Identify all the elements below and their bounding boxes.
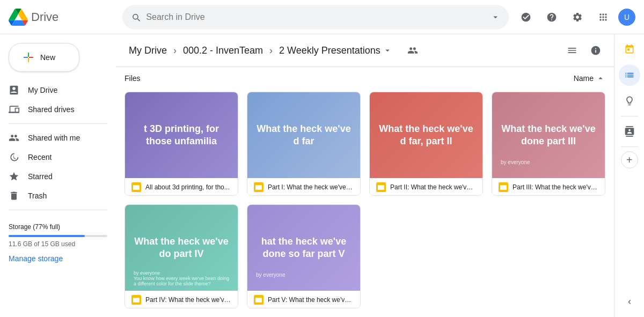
list-view-button[interactable] [562, 41, 582, 60]
sidebar-item-shared-with-me-label: Shared with me [28, 134, 80, 142]
apps-icon [598, 12, 609, 23]
shared-drives-icon [9, 104, 19, 115]
files-header: Files Name [116, 67, 614, 87]
new-plus-icon [22, 51, 35, 64]
breadcrumb-dropdown-icon [383, 46, 392, 55]
apps-button[interactable] [592, 6, 614, 28]
svg-rect-0 [28, 53, 29, 57]
file-name-2: Part I: What the heck we've d... [268, 183, 354, 191]
file-thumb-text-1: t 3D printing, for those unfamilia [125, 114, 238, 157]
breadcrumb-item-my-drive[interactable]: My Drive [125, 43, 171, 58]
sidebar-item-starred[interactable]: Starred [0, 167, 112, 186]
file-info-6: Part V: What the heck we've ... [247, 291, 360, 308]
search-dropdown-icon[interactable] [491, 12, 500, 23]
slides-icon-inner-2 [255, 185, 262, 190]
user-avatar[interactable]: U [618, 9, 635, 26]
file-thumb-4: What the heck we've done part III by eve… [492, 92, 605, 178]
chevron-left-icon [625, 298, 634, 306]
main-layout: New My Drive Shared drives Shared with m… [0, 34, 644, 317]
sidebar-item-trash-label: Trash [28, 191, 47, 200]
file-name-1: All about 3d printing, for tho... [145, 183, 230, 191]
sidebar-item-shared-drives[interactable]: Shared drives [0, 100, 112, 119]
calendar-icon-button[interactable] [619, 39, 640, 60]
file-thumb-text-4: What the heck we've done part III [492, 114, 605, 157]
google-drive-logo-icon [9, 8, 28, 27]
slides-icon-1 [131, 182, 141, 192]
manage-storage-link[interactable]: Manage storage [9, 254, 107, 263]
notes-icon [624, 95, 635, 106]
file-thumb-sub-4: by everyone [501, 159, 596, 165]
expand-panel-button[interactable] [619, 291, 640, 313]
sidebar: New My Drive Shared drives Shared with m… [0, 34, 116, 317]
sidebar-item-shared-with-me[interactable]: Shared with me [0, 128, 112, 148]
topbar: Drive [0, 0, 644, 34]
star-icon [9, 171, 19, 182]
sidebar-divider [9, 123, 107, 124]
sidebar-divider-2 [9, 210, 107, 210]
file-thumb-text-6: hat the heck we've done so far part V [247, 227, 360, 269]
content-area: My Drive › 000.2 - InvenTeam › 2 Weekly … [116, 34, 614, 317]
storage-used-text: 11.6 GB of 15 GB used [9, 240, 107, 248]
search-bar[interactable] [122, 5, 509, 30]
breadcrumb-separator-2: › [269, 45, 273, 56]
share-people-button[interactable] [403, 41, 422, 60]
sidebar-item-shared-drives-label: Shared drives [28, 105, 74, 114]
sidebar-item-recent-label: Recent [28, 153, 52, 161]
file-card-6[interactable]: hat the heck we've done so far part V by… [247, 204, 361, 308]
logo-area: Drive [9, 8, 116, 27]
sort-label: Name [574, 74, 594, 83]
file-card-5[interactable]: What the heck we've do part IV by everyo… [125, 204, 238, 308]
slides-icon-4 [499, 182, 508, 192]
sidebar-item-recent[interactable]: Recent [0, 148, 112, 167]
list-view-icon [567, 45, 577, 56]
breadcrumb-item-invenTeam[interactable]: 000.2 - InvenTeam [179, 43, 267, 58]
breadcrumb-current[interactable]: 2 Weekly Presentations [275, 43, 397, 58]
breadcrumb-bar: My Drive › 000.2 - InvenTeam › 2 Weekly … [116, 34, 614, 67]
info-icon [590, 45, 601, 56]
file-name-4: Part III: What the heck we've ... [513, 183, 598, 191]
notes-icon-button[interactable] [619, 90, 640, 112]
slides-icon-inner-4 [500, 185, 507, 190]
file-name-5: Part IV: What the heck we've ... [145, 296, 231, 304]
sort-control[interactable]: Name [574, 73, 605, 83]
help-button[interactable] [541, 6, 562, 28]
breadcrumb-right [562, 41, 605, 60]
slides-icon-6 [254, 295, 264, 305]
file-card-4[interactable]: What the heck we've done part III by eve… [492, 92, 605, 196]
sidebar-item-starred-label: Starred [28, 172, 53, 181]
settings-button[interactable] [567, 6, 588, 28]
file-name-6: Part V: What the heck we've ... [268, 296, 354, 304]
clock-icon [9, 152, 19, 163]
file-card-1[interactable]: t 3D printing, for those unfamilia All a… [125, 92, 238, 196]
trash-icon [9, 190, 19, 201]
add-apps-button[interactable]: + [621, 151, 638, 168]
tasks-icon [624, 70, 635, 80]
search-icon [131, 12, 141, 23]
right-panel-divider-2 [621, 146, 638, 147]
tasks-icon-button[interactable] [619, 64, 640, 86]
info-button[interactable] [586, 41, 605, 60]
file-thumb-text-5: What the heck we've do part IV [125, 227, 238, 269]
contacts-icon [624, 126, 635, 137]
sidebar-item-trash[interactable]: Trash [0, 186, 112, 205]
check-circle-button[interactable] [515, 6, 537, 28]
file-card-2[interactable]: What the heck we've d far Part I: What t… [247, 92, 361, 196]
contacts-icon-button[interactable] [619, 121, 640, 142]
search-input[interactable] [146, 12, 485, 22]
slides-icon-inner-1 [133, 185, 140, 190]
sidebar-item-my-drive[interactable]: My Drive [0, 80, 112, 100]
slides-icon-inner-6 [255, 298, 262, 303]
storage-section: Storage (77% full) 11.6 GB of 15 GB used… [0, 215, 116, 271]
my-drive-icon [9, 85, 19, 95]
check-circle-icon [521, 12, 531, 23]
svg-rect-3 [29, 57, 33, 58]
new-button[interactable]: New [9, 43, 79, 72]
people-icon [9, 132, 19, 143]
slides-icon-inner-3 [378, 185, 384, 190]
files-label: Files [125, 74, 141, 83]
file-thumb-sub-6: by everyone [256, 272, 352, 278]
file-card-3[interactable]: What the heck we've d far, part II Part … [369, 92, 483, 196]
file-info-5: Part IV: What the heck we've ... [125, 291, 238, 308]
storage-bar-fill [9, 235, 85, 237]
app-title: Drive [31, 10, 58, 24]
